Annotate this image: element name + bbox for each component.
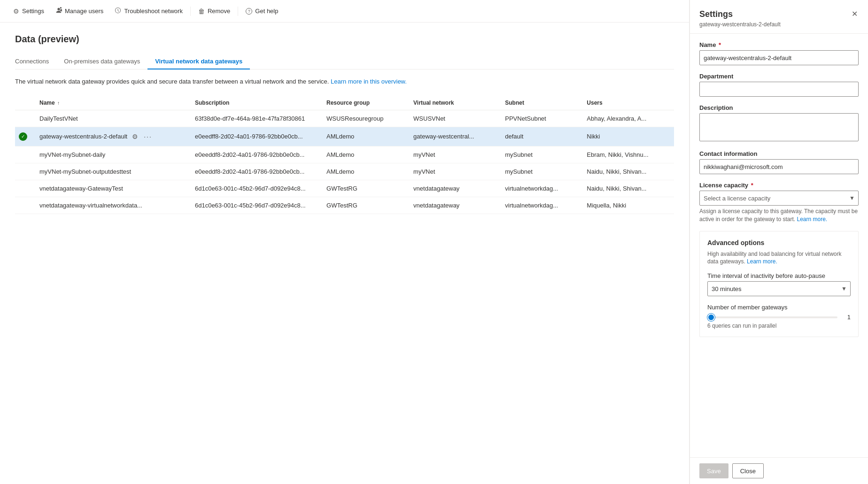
row-virtual-network-cell: gateway-westcentral... [408, 127, 499, 146]
tab-virtual-network[interactable]: Virtual network data gateways [147, 54, 250, 69]
col-virtual-network: Virtual network [408, 96, 499, 110]
toolbar-troubleshoot-label: Troubleshoot network [124, 8, 183, 15]
row-resource-group-cell: AMLdemo [321, 127, 408, 146]
row-subnet-cell: mySubnet [499, 163, 581, 180]
row-virtual-network-cell: myVNet [408, 163, 499, 180]
tab-connections[interactable]: Connections [15, 54, 56, 69]
license-label: License capacity * [699, 182, 859, 189]
inactivity-label: Time interval of inactivity before auto-… [707, 272, 851, 279]
contact-input[interactable] [699, 159, 859, 174]
panel-close-button[interactable]: ✕ [851, 9, 859, 19]
table-row[interactable]: myVNet-mySubnet-dailye0eeddf8-2d02-4a01-… [15, 146, 674, 163]
panel-header: Settings gateway-westcentralus-2-default… [690, 0, 868, 34]
row-actions: gateway-westcentralus-2-default⚙··· [39, 132, 184, 141]
table-row[interactable]: vnetdatagateway-virtualnetworkdata...6d1… [15, 197, 674, 214]
page-title: Data (preview) [15, 34, 674, 45]
toolbar-get-help-label: Get help [255, 8, 278, 15]
license-select-wrapper: Select a license capacity ▼ [699, 191, 859, 206]
row-subscription-cell: e0eeddf8-2d02-4a01-9786-92bb0e0cb... [189, 146, 321, 163]
department-field-group: Department [699, 73, 859, 97]
col-name: Name ↑ [34, 96, 189, 110]
col-icon [15, 96, 34, 110]
table-row[interactable]: DailyTestVNet63f38d0e-df7e-464a-981e-47f… [15, 110, 674, 127]
row-name-cell: vnetdatagateway-GatewayTest [34, 180, 189, 197]
contact-label: Contact information [699, 150, 859, 157]
advanced-description: High availability and load balancing for… [707, 250, 851, 266]
row-users-cell: Naidu, Nikki, Shivan... [581, 180, 674, 197]
row-gear-button[interactable]: ⚙ [131, 132, 139, 141]
remove-icon: 🗑 [198, 8, 205, 15]
row-icon-cell [15, 146, 34, 163]
row-ellipsis-button[interactable]: ··· [143, 132, 153, 141]
row-icon-cell: ✓ [15, 127, 34, 146]
learn-more-link[interactable]: Learn more in this overview. [331, 78, 407, 85]
description-label: Description [699, 104, 859, 111]
panel-subtitle: gateway-westcentralus-2-default [699, 21, 781, 28]
members-slider[interactable] [707, 316, 837, 318]
name-field-group: Name * [699, 41, 859, 65]
table-row[interactable]: ✓gateway-westcentralus-2-default⚙···e0ee… [15, 127, 674, 146]
troubleshoot-icon [115, 7, 121, 15]
panel-body: Name * Department Description Contact in… [690, 34, 868, 457]
department-input[interactable] [699, 82, 859, 97]
row-icon-cell [15, 197, 34, 214]
license-required: * [751, 182, 753, 189]
row-subscription-cell: e0eeddf8-2d02-4a01-9786-92bb0e0cb... [189, 163, 321, 180]
panel-title: Settings [699, 9, 781, 19]
panel-title-group: Settings gateway-westcentralus-2-default [699, 9, 781, 28]
get-help-icon: ? [246, 8, 252, 15]
name-required: * [719, 41, 721, 48]
license-select[interactable]: Select a license capacity [699, 191, 859, 206]
slider-help-text: 6 queries can run in parallel [707, 323, 851, 329]
description-field-group: Description [699, 104, 859, 143]
toolbar-get-help[interactable]: ? Get help [240, 5, 284, 17]
license-learn-more-link[interactable]: Learn more. [797, 216, 827, 223]
toolbar-troubleshoot[interactable]: Troubleshoot network [109, 4, 188, 18]
row-virtual-network-cell: myVNet [408, 146, 499, 163]
close-button[interactable]: Close [732, 463, 764, 478]
col-subnet: Subnet [499, 96, 581, 110]
advanced-learn-more-link[interactable]: Learn more. [747, 258, 777, 265]
tabs: Connections On-premises data gateways Vi… [15, 54, 674, 69]
row-virtual-network-cell: vnetdatagateway [408, 180, 499, 197]
toolbar-manage-users[interactable]: Manage users [50, 4, 109, 18]
row-users-cell: Abhay, Alexandra, A... [581, 110, 674, 127]
row-name-cell: DailyTestVNet [34, 110, 189, 127]
toolbar-settings[interactable]: ⚙ Settings [8, 5, 50, 18]
page-description: The virtual network data gateway provide… [15, 77, 674, 86]
table-row[interactable]: myVNet-mySubnet-outputdestteste0eeddf8-2… [15, 163, 674, 180]
toolbar-remove-label: Remove [208, 8, 230, 15]
tab-on-premises[interactable]: On-premises data gateways [56, 54, 147, 69]
members-label: Number of member gateways [707, 304, 851, 311]
inactivity-select[interactable]: 30 minutes1 hour2 hours4 hoursNever [707, 281, 851, 296]
row-virtual-network-cell: WSUSVNet [408, 110, 499, 127]
advanced-title: Advanced options [707, 239, 851, 246]
row-resource-group-cell: AMLdemo [321, 146, 408, 163]
toolbar-remove[interactable]: 🗑 Remove [193, 5, 236, 18]
row-name-cell: gateway-westcentralus-2-default⚙··· [34, 127, 189, 146]
inactivity-field-group: Time interval of inactivity before auto-… [707, 272, 851, 296]
row-icon-cell [15, 180, 34, 197]
toolbar-divider-2 [238, 7, 238, 16]
row-subscription-cell: e0eedff8-2d02-4a01-9786-92bb0e0cb... [189, 127, 321, 146]
slider-row: 1 [707, 314, 851, 321]
table-row[interactable]: vnetdatagateway-GatewayTest6d1c0e63-001c… [15, 180, 674, 197]
name-label: Name * [699, 41, 859, 48]
description-textarea[interactable] [699, 113, 859, 141]
toolbar-divider-1 [190, 7, 191, 16]
row-subnet-cell: virtualnetworkdag... [499, 180, 581, 197]
row-check-icon: ✓ [19, 132, 27, 141]
members-slider-group: Number of member gateways 1 6 queries ca… [707, 304, 851, 329]
data-table: Name ↑ Subscription Resource group Virtu… [15, 96, 674, 214]
license-field-group: License capacity * Select a license capa… [699, 182, 859, 223]
save-button[interactable]: Save [699, 463, 728, 478]
settings-panel: Settings gateway-westcentralus-2-default… [690, 0, 868, 484]
row-resource-group-cell: AMLdemo [321, 163, 408, 180]
name-input[interactable] [699, 50, 859, 65]
row-icon-cell [15, 163, 34, 180]
col-resource-group: Resource group [321, 96, 408, 110]
slider-value: 1 [843, 314, 851, 321]
row-subscription-cell: 6d1c0e63-001c-45b2-96d7-d092e94c8... [189, 197, 321, 214]
row-icon-cell [15, 110, 34, 127]
row-name-cell: vnetdatagateway-virtualnetworkdata... [34, 197, 189, 214]
